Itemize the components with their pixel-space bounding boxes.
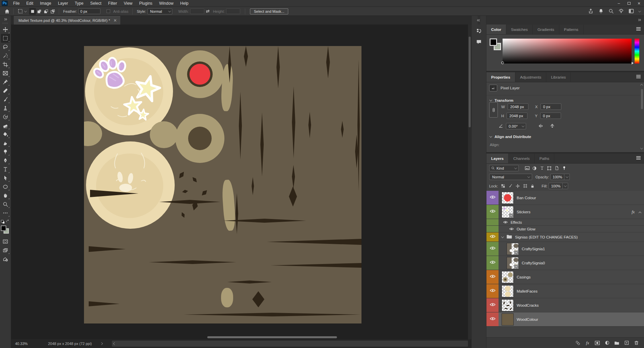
tool-zoom[interactable] [1,200,10,209]
tool-type[interactable] [1,165,10,174]
visibility-eye-icon[interactable] [490,303,496,308]
lock-position-icon[interactable] [514,183,521,189]
notifications-bell-icon[interactable] [598,8,604,14]
visibility-eye-icon[interactable] [490,209,496,214]
tab-properties[interactable]: Properties [486,72,515,82]
tab-adjustments[interactable]: Adjustments [515,72,546,82]
filter-smart-objects-icon[interactable] [553,165,560,171]
filter-shape-layers-icon[interactable] [546,165,553,171]
layer-row-stickers[interactable]: Stickersfx [486,205,644,219]
group-expand-chevron-icon[interactable] [501,235,504,238]
transform-y-input[interactable] [540,113,561,119]
menu-layer[interactable]: Layer [54,0,71,6]
vertical-scrollbar[interactable] [468,25,471,339]
visibility-eye-icon[interactable] [490,246,496,251]
new-layer-icon[interactable] [624,340,630,346]
add-adjustment-layer-icon[interactable] [604,340,610,346]
filter-adjustment-layers-icon[interactable] [531,165,538,171]
tab-channels[interactable]: Channels [509,154,535,163]
layer-row-woodcracks[interactable]: WoodCracks [486,298,644,312]
edit-in-app-icon[interactable] [1,255,10,263]
layer-fx-badge[interactable]: fx [632,209,635,214]
canvas-artwork[interactable] [84,46,361,323]
layer-row-content[interactable]: CraftySignia1 [499,242,644,256]
tool-smudge[interactable] [1,139,10,147]
select-and-mask-button[interactable]: Select and Mask... [250,8,289,14]
tool-lasso[interactable] [1,43,10,51]
hue-slider-arrow[interactable] [632,62,634,64]
color-panel-foreground-chip[interactable] [490,39,497,46]
visibility-eye-icon[interactable] [490,289,496,294]
pasteboard[interactable] [11,25,471,339]
visibility-eye-icon[interactable] [490,317,496,322]
visibility-eye-icon[interactable] [490,274,496,279]
hue-slider[interactable] [635,39,639,63]
filter-pin-toggle[interactable] [560,165,568,171]
tool-gradient[interactable] [1,130,10,139]
visibility-eye-icon[interactable] [503,220,508,224]
style-dropdown[interactable]: Normal [147,8,172,14]
layer-row-woodcolour[interactable]: WoodColour [486,312,644,327]
panel-menu-icon[interactable] [636,158,641,158]
tool-crop[interactable] [1,60,10,69]
document-tab[interactable]: Mallet Texture.psd @ 40.3% (WoodColour, … [14,16,120,25]
layer-row-signias-edit-to-change-faces-[interactable]: Signias (EDIT TO CHANGE FACES) [486,232,644,242]
menu-plugins[interactable]: Plugins [136,0,156,6]
tab-paths[interactable]: Paths [535,154,554,163]
delete-layer-icon[interactable] [633,340,639,346]
tool-rectangular-marquee[interactable] [1,34,10,43]
menu-window[interactable]: Window [156,0,177,6]
history-panel-icon[interactable] [474,27,484,35]
lock-image-pixels-icon[interactable] [507,183,514,189]
layer-row-content[interactable]: MalletFaces [499,284,644,298]
tab-color[interactable]: Color [486,25,506,34]
panel-menu-icon[interactable] [636,76,641,77]
effect-row-content[interactable]: Effects [499,219,644,225]
status-expand-icon[interactable] [100,342,103,345]
fill-value[interactable]: 100% [549,183,563,189]
fill-chevron-icon[interactable] [563,183,568,189]
tab-libraries[interactable]: Libraries [546,72,571,82]
tool-move[interactable] [1,25,10,34]
workspace-switcher-icon[interactable] [629,8,634,14]
layer-row-content[interactable]: Casings [499,270,644,284]
layer-row-casings[interactable]: Casings [486,270,644,284]
height-input[interactable] [226,8,240,14]
menu-edit[interactable]: Edit [23,0,37,6]
discover-lightbulb-icon[interactable] [618,8,624,14]
transform-x-input[interactable] [541,103,561,110]
layer-row-craftysignia0[interactable]: CraftySignia0 [486,256,644,270]
foreground-color-chip[interactable] [1,226,6,231]
tool-preset-marquee-icon[interactable] [16,8,24,15]
vertical-scrollbar-thumb[interactable] [469,37,471,127]
blend-mode-dropdown[interactable]: Normal [489,174,532,180]
horizontal-scrollbar-thumb[interactable] [207,336,337,338]
feather-input[interactable] [78,8,100,14]
layer-row-content[interactable]: WoodCracks [499,298,644,312]
panel-menu-icon[interactable] [636,29,641,29]
tool-magic-wand[interactable] [1,51,10,60]
tool-edit-toolbar[interactable] [1,209,10,217]
tool-eyedropper[interactable] [1,78,10,86]
tab-patterns[interactable]: Patterns [559,25,584,34]
width-input[interactable] [190,8,204,14]
color-picker-ring[interactable] [501,61,504,64]
tab-layers[interactable]: Layers [486,154,509,163]
restore-button[interactable] [624,0,634,7]
tool-hand[interactable] [1,191,10,200]
link-dimensions-button[interactable] [489,102,498,118]
opacity-value[interactable]: 100% [550,174,564,180]
tool-ellipse-shape[interactable] [1,182,10,191]
tool-brush[interactable] [1,95,10,104]
new-group-icon[interactable] [614,340,620,346]
tool-frame[interactable] [1,69,10,78]
scroll-left-icon[interactable] [113,342,116,345]
layer-row-content[interactable]: CraftySignia0 [499,256,644,270]
workspace-chevron-icon[interactable] [638,9,641,12]
tool-dodge[interactable] [1,147,10,156]
collapse-panels-icon[interactable] [478,16,480,25]
effect-row-content[interactable]: Outer Glow [499,226,644,232]
comments-panel-icon[interactable] [474,37,484,46]
effect-row-effects[interactable]: Effects [486,219,644,226]
selection-subtract-button[interactable] [43,8,49,15]
